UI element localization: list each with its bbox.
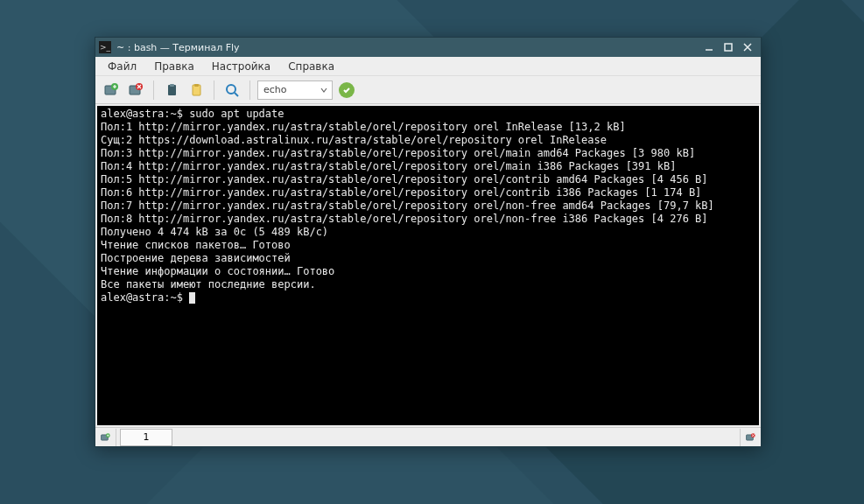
- close-tab-button[interactable]: [125, 80, 146, 101]
- menubar: Файл Правка Настройка Справка: [95, 57, 761, 76]
- status-new-tab-button[interactable]: [95, 429, 116, 446]
- minimize-button[interactable]: [699, 38, 719, 56]
- titlebar[interactable]: >_ ~ : bash — Терминал Fly: [95, 38, 761, 57]
- output-line: Построение дерева зависимостей: [101, 252, 291, 264]
- svg-point-9: [227, 85, 235, 94]
- svg-rect-8: [194, 84, 199, 87]
- output-line: Чтение списков пакетов… Готово: [101, 239, 291, 251]
- terminal-window: >_ ~ : bash — Терминал Fly Файл Правка Н…: [95, 37, 762, 447]
- svg-rect-0: [725, 44, 732, 51]
- close-button[interactable]: [738, 38, 757, 56]
- command-combo[interactable]: echo: [257, 80, 333, 100]
- output-line: Пол:4 http://mirror.yandex.ru/astra/stab…: [101, 160, 676, 172]
- chevron-down-icon: [318, 87, 330, 94]
- maximize-button[interactable]: [719, 38, 738, 56]
- output-line: Пол:5 http://mirror.yandex.ru/astra/stab…: [101, 173, 708, 186]
- cursor: [189, 292, 195, 304]
- prompt-line: alex@astra:~$: [101, 291, 195, 304]
- window-title: ~ : bash — Терминал Fly: [116, 42, 699, 53]
- menu-file[interactable]: Файл: [99, 59, 145, 74]
- output-line: Пол:6 http://mirror.yandex.ru/astra/stab…: [101, 186, 701, 199]
- output-line: Пол:8 http://mirror.yandex.ru/astra/stab…: [101, 213, 708, 225]
- run-command-button[interactable]: [336, 80, 355, 101]
- output-line: Пол:3 http://mirror.yandex.ru/astra/stab…: [101, 147, 695, 159]
- output-line: Пол:1 http://mirror.yandex.ru/astra/stab…: [101, 121, 626, 133]
- statusbar: 1: [95, 427, 761, 446]
- terminal-tab-1[interactable]: 1: [120, 429, 172, 446]
- new-tab-button[interactable]: [101, 80, 122, 101]
- check-icon: [339, 82, 355, 98]
- search-button[interactable]: [221, 80, 242, 101]
- menu-settings[interactable]: Настройка: [203, 59, 279, 74]
- prompt-line: alex@astra:~$ sudo apt update: [101, 108, 284, 120]
- app-icon: >_: [99, 41, 111, 53]
- output-line: Все пакеты имеют последние версии.: [101, 278, 316, 290]
- output-line: Получено 4 474 kB за 0с (5 489 kB/c): [101, 226, 328, 238]
- menu-help[interactable]: Справка: [279, 59, 343, 74]
- paste-button[interactable]: [186, 80, 207, 101]
- copy-button[interactable]: [161, 80, 182, 101]
- output-line: Сущ:2 https://download.astralinux.ru/ast…: [101, 134, 607, 146]
- terminal-output[interactable]: alex@astra:~$ sudo apt update Пол:1 http…: [97, 106, 759, 425]
- output-line: Пол:7 http://mirror.yandex.ru/astra/stab…: [101, 200, 714, 212]
- output-line: Чтение информации о состоянии… Готово: [101, 265, 334, 277]
- svg-rect-6: [170, 84, 174, 87]
- toolbar: echo: [95, 76, 761, 104]
- combo-value: echo: [263, 84, 287, 95]
- status-close-tab-button[interactable]: [740, 429, 761, 446]
- menu-edit[interactable]: Правка: [145, 59, 203, 74]
